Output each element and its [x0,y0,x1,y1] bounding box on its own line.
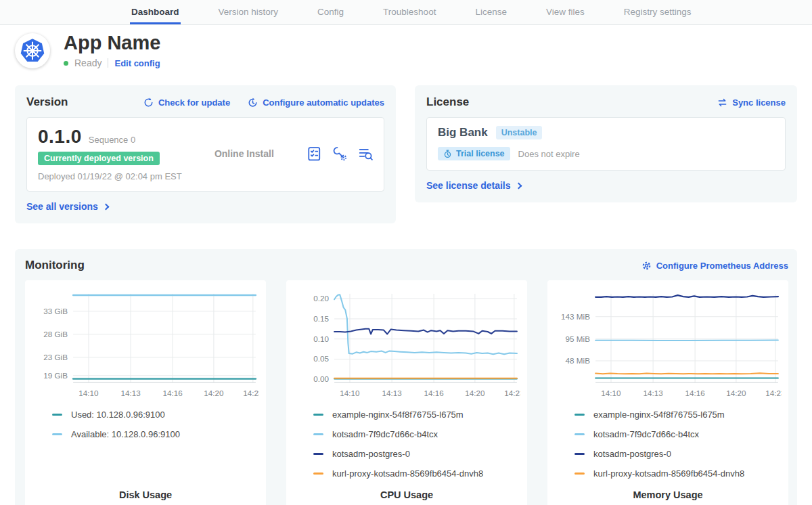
chevron-right-icon [102,204,109,211]
legend-label: kurl-proxy-kotsadm-8569fb6454-dnvh8 [332,468,483,479]
clock-refresh-icon [248,97,258,108]
svg-text:0.00: 0.00 [313,375,329,384]
legend-item: example-nginx-54f8f76755-l675m [574,410,782,420]
current-version-card: 0.1.0 Sequence 0 Currently deployed vers… [26,117,384,192]
svg-text:14:13: 14:13 [120,389,140,398]
svg-text:33 GiB: 33 GiB [43,307,68,315]
cpu-usage-chart-card: 0.200.150.100.050.0014:1014:1314:1614:20… [286,280,527,505]
tab-registry-settings[interactable]: Registry settings [623,0,693,24]
legend-label: Used: 10.128.0.96:9100 [71,410,165,420]
edit-config-link[interactable]: Edit config [114,58,160,68]
legend-swatch [574,473,585,475]
legend-swatch [313,473,323,475]
svg-text:48 MiB: 48 MiB [566,357,591,366]
disk-usage-chart-card: 33 GiB28 GiB23 GiB19 GiB14:1014:1314:161… [25,280,266,505]
tab-config[interactable]: Config [316,0,345,24]
memory-usage-chart: 143 MiB95 MiB48 MiB14:1014:1314:1614:201… [554,289,782,401]
tab-license[interactable]: License [474,0,508,24]
legend-swatch [313,453,323,455]
see-all-versions-link[interactable]: See all versions [26,201,108,212]
chart-title: Disk Usage [32,479,259,504]
tab-dashboard[interactable]: Dashboard [130,0,181,24]
configure-prometheus-button[interactable]: Configure Prometheus Address [641,261,788,271]
legend-item: kotsadm-postgres-0 [313,449,520,459]
kubernetes-icon [17,35,48,66]
svg-text:23 GiB: 23 GiB [43,353,68,361]
svg-text:14:23: 14:23 [243,389,259,398]
legend-label: kotsadm-7f9dc7d66c-b4tcx [593,429,699,439]
version-sequence: Sequence 0 [89,135,135,145]
cpu-usage-chart: 0.200.150.100.050.0014:1014:1314:1614:20… [293,289,520,401]
app-header: App Name Ready Edit config [15,32,812,68]
legend-label: kotsadm-postgres-0 [593,449,671,459]
legend-swatch [313,414,323,416]
version-number: 0.1.0 [38,126,82,148]
svg-text:14:20: 14:20 [465,389,484,398]
legend-swatch [574,433,585,435]
svg-text:143 MiB: 143 MiB [561,312,590,321]
tab-view-files[interactable]: View files [545,0,586,24]
status-dot [64,61,68,66]
svg-text:0.15: 0.15 [313,314,329,323]
see-license-details-link[interactable]: See license details [426,180,521,191]
install-type: Online Install [182,148,307,159]
memory-usage-chart-card: 143 MiB95 MiB48 MiB14:1014:1314:1614:201… [547,280,788,505]
svg-text:14:23: 14:23 [504,389,520,398]
legend-swatch [52,433,62,435]
legend-item: kurl-proxy-kotsadm-8569fb6454-dnvh8 [574,468,782,479]
svg-text:14:10: 14:10 [340,389,359,398]
deployed-timestamp: Deployed 01/19/22 @ 02:04 pm EST [38,171,182,181]
sync-icon [717,97,727,108]
app-logo [15,33,50,68]
svg-text:19 GiB: 19 GiB [43,371,68,380]
refresh-icon [143,97,154,108]
license-title: License [426,95,469,109]
svg-text:14:23: 14:23 [765,389,782,398]
legend-item: Available: 10.128.0.96:9100 [52,429,259,439]
chart-legend: example-nginx-54f8f76755-l675mkotsadm-7f… [313,410,520,479]
disk-usage-chart: 33 GiB28 GiB23 GiB19 GiB14:1014:1314:161… [32,289,259,401]
legend-swatch [574,414,585,416]
version-panel: Version Check for update Configure au [15,85,396,223]
chart-title: CPU Usage [293,479,520,504]
svg-text:14:16: 14:16 [685,389,704,398]
svg-text:14:10: 14:10 [78,389,98,398]
chart-title: Memory Usage [554,479,782,504]
legend-label: Available: 10.128.0.96:9100 [71,429,180,439]
check-for-update-button[interactable]: Check for update [143,97,230,108]
status-text: Ready [74,58,102,68]
legend-item: example-nginx-54f8f76755-l675m [313,410,520,420]
svg-text:14:13: 14:13 [382,389,401,398]
legend-swatch [574,453,585,455]
version-title: Version [26,95,68,109]
legend-item: kurl-proxy-kotsadm-8569fb6454-dnvh8 [313,468,520,479]
svg-text:14:16: 14:16 [162,389,182,398]
svg-text:14:20: 14:20 [726,389,746,398]
divider [108,58,108,68]
gear-icon [641,261,652,271]
license-type-badge: Trial license [438,147,510,160]
deployed-badge: Currently deployed version [38,152,160,165]
edit-config-icon[interactable] [332,146,347,161]
legend-label: example-nginx-54f8f76755-l675m [332,410,464,420]
configure-automatic-updates-button[interactable]: Configure automatic updates [248,97,384,108]
svg-text:28 GiB: 28 GiB [43,330,68,338]
deploy-logs-icon[interactable] [358,146,373,161]
tab-bar: DashboardVersion historyConfigTroublesho… [0,0,812,25]
preflight-checks-icon[interactable] [307,146,321,161]
customer-name: Big Bank [438,126,488,139]
tab-troubleshoot[interactable]: Troubleshoot [382,0,437,24]
channel-badge: Unstable [496,126,543,139]
svg-text:14:20: 14:20 [204,389,223,398]
svg-text:0.10: 0.10 [313,334,329,343]
tab-version-history[interactable]: Version history [217,0,280,24]
legend-item: kotsadm-7f9dc7d66c-b4tcx [574,429,782,439]
chevron-right-icon [515,183,522,190]
chart-legend: example-nginx-54f8f76755-l675mkotsadm-7f… [574,410,782,479]
license-panel: License Sync license Big Bank Unstable [415,85,797,202]
monitoring-title: Monitoring [25,259,85,272]
svg-text:14:16: 14:16 [424,389,443,398]
svg-text:14:13: 14:13 [643,389,662,398]
svg-text:0.05: 0.05 [313,355,329,364]
sync-license-button[interactable]: Sync license [717,97,786,108]
